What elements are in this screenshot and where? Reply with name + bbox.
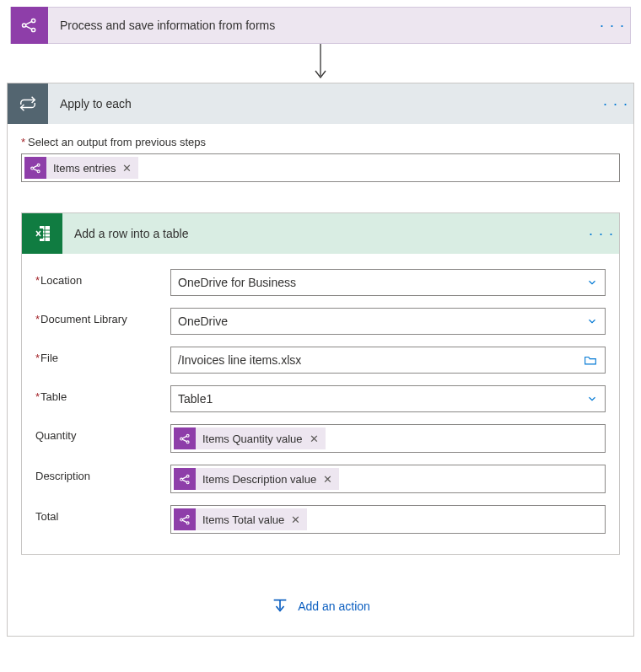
- svg-line-3: [25, 21, 31, 24]
- token-remove-button[interactable]: ✕: [323, 473, 339, 486]
- trigger-card[interactable]: Process and save information from forms …: [10, 7, 631, 44]
- token-remove-button[interactable]: ✕: [291, 513, 307, 526]
- ai-builder-icon: [174, 508, 196, 530]
- location-select[interactable]: OneDrive for Business: [170, 269, 606, 296]
- document-library-label: *Document Library: [35, 308, 170, 325]
- ai-builder-icon: [11, 7, 48, 44]
- description-input[interactable]: Items Description value ✕: [170, 465, 606, 493]
- svg-point-19: [186, 440, 189, 443]
- excel-action-header[interactable]: Add a row into a table · · ·: [22, 213, 619, 254]
- quantity-label: Quantity: [35, 424, 170, 442]
- file-label: *File: [35, 347, 170, 364]
- output-from-input[interactable]: Items entries ✕: [21, 153, 620, 182]
- token-remove-button[interactable]: ✕: [310, 433, 326, 445]
- document-library-select[interactable]: OneDrive: [170, 308, 606, 335]
- svg-point-18: [186, 434, 189, 437]
- svg-point-24: [186, 481, 189, 483]
- excel-action-menu-button[interactable]: · · ·: [584, 215, 619, 252]
- excel-action-title: Add a row into a table: [62, 227, 584, 240]
- svg-point-8: [37, 169, 40, 172]
- excel-action-card: Add a row into a table · · · *Location O…: [21, 212, 620, 555]
- svg-point-1: [31, 19, 35, 22]
- svg-point-29: [186, 521, 189, 524]
- svg-point-17: [180, 438, 182, 440]
- svg-line-10: [33, 169, 37, 171]
- trigger-menu-button[interactable]: · · ·: [595, 7, 630, 44]
- output-from-label: *Select an output from previous steps: [21, 136, 620, 148]
- token-label: Items entries: [46, 162, 122, 175]
- svg-line-21: [182, 439, 186, 442]
- token-quantity[interactable]: Items Quantity value ✕: [174, 427, 326, 449]
- svg-point-2: [31, 28, 35, 31]
- apply-to-each-header[interactable]: Apply to each · · ·: [8, 83, 633, 124]
- total-input[interactable]: Items Total value ✕: [170, 505, 606, 534]
- svg-line-9: [33, 165, 37, 168]
- svg-line-4: [25, 26, 31, 30]
- apply-to-each-card: Apply to each · · · *Select an output fr…: [7, 83, 634, 637]
- description-label: Description: [35, 465, 170, 482]
- ai-builder-icon: [174, 427, 196, 449]
- total-label: Total: [35, 505, 170, 523]
- ai-builder-icon: [174, 468, 196, 490]
- excel-action-body: *Location OneDrive for Business *Documen…: [22, 254, 619, 554]
- apply-to-each-menu-button[interactable]: · · ·: [598, 85, 633, 122]
- add-action-icon: [271, 597, 289, 616]
- chevron-down-icon: [586, 315, 598, 327]
- token-label: Items Quantity value: [196, 433, 310, 445]
- token-total[interactable]: Items Total value ✕: [174, 508, 307, 530]
- svg-point-6: [30, 167, 33, 169]
- excel-icon: [22, 213, 62, 254]
- add-action-button[interactable]: Add an action: [271, 597, 370, 616]
- token-items-entries[interactable]: Items entries ✕: [24, 157, 138, 179]
- location-label: *Location: [35, 269, 170, 287]
- file-picker[interactable]: /Invoices line items.xlsx: [170, 347, 606, 374]
- svg-line-20: [182, 436, 186, 438]
- trigger-title: Process and save information from forms: [48, 19, 595, 32]
- svg-point-7: [37, 164, 40, 166]
- svg-point-23: [186, 475, 189, 477]
- table-select[interactable]: Table1: [170, 385, 606, 412]
- svg-point-0: [22, 24, 25, 27]
- svg-line-26: [182, 480, 186, 482]
- quantity-input[interactable]: Items Quantity value ✕: [170, 424, 606, 453]
- add-action-label: Add an action: [298, 599, 370, 613]
- ai-builder-icon: [24, 157, 46, 179]
- folder-picker-icon[interactable]: [583, 354, 598, 366]
- token-label: Items Total value: [196, 513, 291, 526]
- apply-to-each-body: *Select an output from previous steps It…: [8, 124, 633, 636]
- token-label: Items Description value: [196, 473, 323, 486]
- apply-to-each-title: Apply to each: [48, 97, 598, 110]
- svg-line-30: [182, 517, 186, 519]
- svg-point-28: [186, 515, 189, 518]
- svg-point-27: [180, 519, 182, 521]
- flow-arrow: [0, 42, 641, 83]
- svg-line-31: [182, 520, 186, 523]
- chevron-down-icon: [586, 277, 598, 288]
- svg-point-22: [180, 478, 182, 481]
- svg-line-25: [182, 476, 186, 479]
- chevron-down-icon: [586, 393, 598, 405]
- table-label: *Table: [35, 385, 170, 403]
- token-description[interactable]: Items Description value ✕: [174, 468, 339, 490]
- token-remove-button[interactable]: ✕: [122, 162, 138, 175]
- loop-icon: [8, 83, 48, 124]
